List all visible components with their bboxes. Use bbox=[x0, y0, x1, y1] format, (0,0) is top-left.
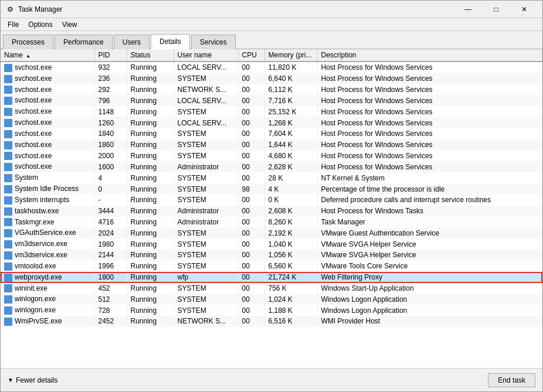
cell-user: SYSTEM bbox=[174, 238, 238, 250]
cell-name: winlogon.exe bbox=[1, 294, 94, 305]
cell-desc: Host Process for Windows Services bbox=[317, 139, 542, 151]
menu-file[interactable]: File bbox=[3, 19, 23, 30]
tab-services[interactable]: Services bbox=[191, 35, 236, 49]
table-row[interactable]: winlogon.exe512RunningSYSTEM001,024 KWin… bbox=[1, 294, 542, 305]
cell-desc: NT Kernel & System bbox=[317, 172, 542, 183]
cell-cpu: 00 bbox=[238, 62, 264, 73]
cell-pid: 2024 bbox=[94, 227, 127, 238]
cell-memory: 2,628 K bbox=[264, 161, 317, 172]
cell-memory: 1,268 K bbox=[264, 117, 317, 128]
cell-memory: 6,640 K bbox=[264, 73, 317, 84]
cell-cpu: 00 bbox=[238, 238, 264, 250]
cell-status: Running bbox=[127, 183, 174, 195]
table-row[interactable]: Taskmgr.exe4716RunningAdministrator008,2… bbox=[1, 217, 542, 228]
col-header-username[interactable]: User name bbox=[174, 49, 238, 62]
cell-cpu: 00 bbox=[238, 195, 264, 206]
col-header-cpu[interactable]: CPU bbox=[238, 49, 264, 62]
table-row[interactable]: svchost.exe932RunningLOCAL SERV...0011,8… bbox=[1, 62, 542, 73]
table-row[interactable]: svchost.exe1260RunningLOCAL SERV...001,2… bbox=[1, 117, 542, 128]
tab-performance[interactable]: Performance bbox=[55, 35, 113, 49]
cell-user: LOCAL SERV... bbox=[174, 95, 238, 106]
cell-status: Running bbox=[127, 161, 174, 172]
table-row[interactable]: vm3dservice.exe1980RunningSYSTEM001,040 … bbox=[1, 238, 542, 250]
col-header-pid[interactable]: PID bbox=[94, 49, 127, 62]
cell-cpu: 00 bbox=[238, 217, 264, 228]
cell-pid: 0 bbox=[94, 183, 127, 195]
process-icon bbox=[4, 97, 12, 105]
table-row[interactable]: VGAuthService.exe2024RunningSYSTEM002,19… bbox=[1, 227, 542, 238]
process-icon bbox=[4, 196, 12, 204]
cell-pid: 1148 bbox=[94, 106, 127, 117]
table-row[interactable]: svchost.exe1860RunningSYSTEM001,644 KHos… bbox=[1, 139, 542, 151]
table-row[interactable]: svchost.exe236RunningSYSTEM006,640 KHost… bbox=[1, 73, 542, 84]
minimize-button[interactable]: — bbox=[454, 3, 481, 16]
cell-status: Running bbox=[127, 305, 174, 316]
cell-desc: VMware Tools Core Service bbox=[317, 261, 542, 272]
cell-memory: 4 K bbox=[264, 183, 317, 195]
table-row[interactable]: svchost.exe1840RunningSYSTEM007,604 KHos… bbox=[1, 128, 542, 139]
table-row[interactable]: vm3dservice.exe2144RunningSYSTEM001,056 … bbox=[1, 250, 542, 261]
cell-desc: Task Manager bbox=[317, 217, 542, 228]
cell-name: svchost.exe bbox=[1, 139, 94, 151]
cell-name: svchost.exe bbox=[1, 73, 94, 84]
app-icon: ⚙ bbox=[5, 5, 15, 14]
table-row[interactable]: vmtoolsd.exe1996RunningSYSTEM006,560 KVM… bbox=[1, 261, 542, 272]
cell-cpu: 00 bbox=[238, 161, 264, 172]
cell-user: SYSTEM bbox=[174, 128, 238, 139]
tab-users[interactable]: Users bbox=[114, 35, 150, 49]
chevron-down-icon: ▼ bbox=[8, 377, 13, 383]
cell-desc: Host Process for Windows Services bbox=[317, 151, 542, 162]
menu-view[interactable]: View bbox=[57, 19, 82, 30]
cell-desc: Deferred procedure calls and interrupt s… bbox=[317, 195, 542, 206]
process-table-container[interactable]: Name ▲ PID Status User name CPU Memory (… bbox=[1, 49, 542, 368]
main-content: Name ▲ PID Status User name CPU Memory (… bbox=[1, 49, 542, 368]
cell-cpu: 00 bbox=[238, 305, 264, 316]
col-header-name[interactable]: Name ▲ bbox=[1, 49, 94, 62]
table-row[interactable]: System interrupts-RunningSYSTEM000 KDefe… bbox=[1, 195, 542, 206]
table-row[interactable]: WmiPrvSE.exe2452RunningNETWORK S...006,5… bbox=[1, 316, 542, 327]
cell-cpu: 00 bbox=[238, 117, 264, 128]
close-button[interactable]: ✕ bbox=[511, 3, 538, 16]
table-row[interactable]: svchost.exe1148RunningSYSTEM0025,152 KHo… bbox=[1, 106, 542, 117]
process-icon bbox=[4, 218, 12, 226]
table-row[interactable]: taskhostw.exe3444RunningAdministrator002… bbox=[1, 206, 542, 217]
cell-status: Running bbox=[127, 227, 174, 238]
tab-details[interactable]: Details bbox=[151, 34, 190, 49]
col-header-status[interactable]: Status bbox=[127, 49, 174, 62]
table-row[interactable]: svchost.exe1600RunningAdministrator002,6… bbox=[1, 161, 542, 172]
cell-cpu: 00 bbox=[238, 151, 264, 162]
cell-memory: 28 K bbox=[264, 172, 317, 183]
table-row[interactable]: wininit.exe452RunningSYSTEM00756 KWindow… bbox=[1, 283, 542, 294]
cell-cpu: 00 bbox=[238, 316, 264, 327]
table-row[interactable]: System4RunningSYSTEM0028 KNT Kernel & Sy… bbox=[1, 172, 542, 183]
cell-desc: VMware SVGA Helper Service bbox=[317, 238, 542, 250]
cell-cpu: 00 bbox=[238, 227, 264, 238]
tab-processes[interactable]: Processes bbox=[3, 35, 53, 49]
table-row[interactable]: svchost.exe796RunningLOCAL SERV...007,71… bbox=[1, 95, 542, 106]
process-icon bbox=[4, 130, 12, 138]
cell-pid: 2144 bbox=[94, 250, 127, 261]
table-row[interactable]: winlogon.exe728RunningSYSTEM001,188 KWin… bbox=[1, 305, 542, 316]
table-row[interactable]: webproxyd.exe1800Runningwfp0021,724 KWeb… bbox=[1, 272, 542, 283]
table-row[interactable]: svchost.exe292RunningNETWORK S...006,112… bbox=[1, 84, 542, 96]
process-icon bbox=[4, 75, 12, 83]
col-header-memory[interactable]: Memory (pri... bbox=[264, 49, 317, 62]
menu-options[interactable]: Options bbox=[23, 19, 57, 30]
cell-status: Running bbox=[127, 95, 174, 106]
col-header-desc[interactable]: Description bbox=[317, 49, 542, 62]
maximize-button[interactable]: □ bbox=[483, 3, 510, 16]
cell-name: VGAuthService.exe bbox=[1, 227, 94, 238]
cell-memory: 1,644 K bbox=[264, 139, 317, 151]
cell-cpu: 00 bbox=[238, 261, 264, 272]
end-task-button[interactable]: End task bbox=[488, 373, 535, 387]
cell-pid: 1260 bbox=[94, 117, 127, 128]
table-row[interactable]: svchost.exe2000RunningSYSTEM004,680 KHos… bbox=[1, 151, 542, 162]
cell-memory: 2,192 K bbox=[264, 227, 317, 238]
cell-memory: 1,040 K bbox=[264, 238, 317, 250]
cell-user: SYSTEM bbox=[174, 294, 238, 305]
process-icon bbox=[4, 240, 12, 248]
cell-desc: Host Process for Windows Services bbox=[317, 84, 542, 96]
fewer-details-button[interactable]: ▼ Fewer details bbox=[8, 376, 57, 384]
table-row[interactable]: System Idle Process0RunningSYSTEM984 KPe… bbox=[1, 183, 542, 195]
cell-desc: Web Filtering Proxy bbox=[317, 272, 542, 283]
